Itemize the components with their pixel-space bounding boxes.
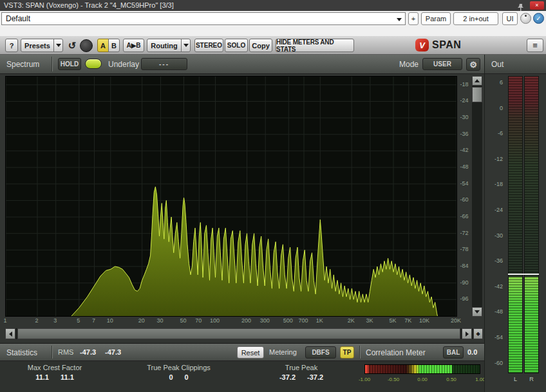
tab-spectrum[interactable]: Spectrum bbox=[6, 60, 39, 69]
gear-icon: ⚙ bbox=[469, 60, 477, 70]
ab-a-button[interactable]: A bbox=[97, 39, 109, 52]
clippings-label: True Peak Clippings bbox=[129, 364, 229, 371]
reset-button[interactable]: Reset bbox=[237, 346, 264, 359]
out-scale-label: 0 bbox=[487, 105, 503, 111]
out-scale-label: 6 bbox=[487, 79, 503, 86]
mode-select-button[interactable]: USER bbox=[422, 58, 462, 70]
db-tick-label: -96 bbox=[457, 295, 471, 302]
presets-dropdown[interactable] bbox=[53, 39, 62, 51]
db-tick-label: -66 bbox=[457, 213, 471, 219]
freq-tick-label: 200 bbox=[241, 317, 251, 324]
titlebar: VST3: SPAN (Voxengo) - Track 2 "4_MC59HP… bbox=[0, 0, 546, 11]
separator bbox=[52, 346, 52, 359]
spectrum-settings-button[interactable]: ⚙ bbox=[466, 58, 480, 71]
meter-segments bbox=[365, 365, 480, 373]
db-tick-label: -42 bbox=[457, 147, 471, 153]
ab-b-button[interactable]: B bbox=[108, 39, 120, 52]
true-peak-toggle[interactable]: TP bbox=[340, 346, 354, 359]
hide-meters-button[interactable]: HIDE METERS AND STATS bbox=[276, 39, 354, 52]
out-scale-label: -6 bbox=[487, 130, 503, 136]
scroll-right-button[interactable] bbox=[462, 328, 472, 339]
meter-bar-right[interactable] bbox=[524, 76, 539, 373]
metering-label: Metering bbox=[269, 348, 297, 356]
underlay-select-button[interactable]: --- bbox=[141, 58, 187, 70]
db-tick-label: -72 bbox=[457, 230, 471, 236]
arrow-up-icon bbox=[475, 79, 480, 82]
spectrum-display[interactable] bbox=[5, 76, 457, 317]
out-scale-label: -36 bbox=[487, 257, 503, 264]
out-scale-label: -42 bbox=[487, 283, 503, 290]
correlation-meter-bar bbox=[364, 364, 480, 374]
undo-button[interactable]: ↺ bbox=[66, 39, 79, 52]
stereo-button[interactable]: STEREO bbox=[194, 39, 223, 52]
meter-bar-left[interactable] bbox=[508, 76, 523, 373]
chevron-down-icon bbox=[397, 18, 402, 21]
true-peak-left: -37.2 bbox=[279, 373, 296, 381]
scroll-down-button[interactable] bbox=[472, 307, 482, 317]
plugin-window: VST3: SPAN (Voxengo) - Track 2 "4_MC59HP… bbox=[0, 0, 546, 392]
freq-tick-label: 70 bbox=[195, 317, 202, 324]
horizontal-scrollbar[interactable]: ◆ bbox=[5, 328, 483, 339]
freq-tick-label: 7K bbox=[404, 317, 411, 324]
window-title: VST3: SPAN (Voxengo) - Track 2 "4_MC59HP… bbox=[4, 1, 174, 9]
io-button[interactable]: 2 in+out bbox=[453, 12, 498, 25]
arrow-left-icon bbox=[9, 331, 12, 337]
db-tick-label: -90 bbox=[457, 279, 471, 286]
help-button[interactable]: ? bbox=[5, 39, 18, 52]
true-peak-group: True Peak -37.2 -37.2 bbox=[253, 364, 350, 381]
scroll-left-button[interactable] bbox=[5, 328, 15, 339]
max-crest-label: Max Crest Factor bbox=[6, 364, 103, 371]
routing-dropdown[interactable] bbox=[181, 39, 190, 51]
solo-button[interactable]: SOLO bbox=[225, 39, 248, 52]
zoom-reset-button[interactable]: ◆ bbox=[473, 328, 483, 339]
true-peak-right: -37.2 bbox=[307, 373, 323, 381]
rms-value-right: -47.3 bbox=[105, 348, 121, 356]
underlay-label: Underlay bbox=[108, 60, 139, 69]
freq-tick-label: 3K bbox=[366, 317, 373, 324]
spectrum-enable-led[interactable] bbox=[85, 59, 102, 69]
scroll-up-button[interactable] bbox=[472, 76, 482, 86]
freq-tick-label: 10 bbox=[107, 317, 113, 324]
copy-button[interactable]: Copy bbox=[249, 39, 272, 52]
statistics-body: Max Crest Factor 11.1 11.1 True Peak Cli… bbox=[0, 361, 484, 392]
rms-values: -47.3 -47.3 bbox=[80, 348, 121, 356]
freq-tick-label: 7 bbox=[92, 317, 95, 324]
spectrum-header: Spectrum HOLD Underlay --- Mode USER ⚙ bbox=[0, 55, 484, 74]
color-scheme-knob[interactable] bbox=[80, 39, 93, 52]
param-button[interactable]: Param bbox=[421, 12, 451, 25]
clippings-left: 0 bbox=[169, 373, 173, 381]
metering-mode-button[interactable]: DBFS bbox=[305, 346, 336, 359]
arrow-right-icon bbox=[466, 331, 469, 337]
mode-label: Mode bbox=[399, 60, 419, 69]
pin-icon[interactable] bbox=[517, 2, 524, 9]
ui-button[interactable]: UI bbox=[502, 12, 518, 25]
vertical-scrollbar[interactable] bbox=[472, 76, 482, 317]
true-peak-label: True Peak bbox=[253, 364, 350, 371]
diamond-icon: ◆ bbox=[476, 331, 480, 337]
clippings-values: 0 0 bbox=[129, 373, 229, 381]
routing-button[interactable]: Routing bbox=[147, 39, 191, 52]
corr-scale-label: -0.50 bbox=[388, 377, 399, 382]
peak-hold-line bbox=[508, 274, 539, 275]
max-crest-left: 11.1 bbox=[35, 373, 49, 381]
enable-checkbox[interactable]: ✓ bbox=[533, 13, 544, 24]
menu-button[interactable]: ≡ bbox=[527, 39, 543, 52]
vertical-scroll-thumb[interactable] bbox=[472, 87, 482, 102]
close-button[interactable]: × bbox=[530, 1, 544, 10]
rms-label: RMS bbox=[58, 348, 73, 356]
horizontal-scroll-thumb[interactable] bbox=[17, 328, 460, 339]
a-to-b-button[interactable]: A▶B bbox=[123, 39, 144, 52]
corr-scale-label: 0.50 bbox=[446, 377, 457, 382]
meter-segments bbox=[509, 77, 522, 373]
tab-statistics[interactable]: Statistics bbox=[6, 348, 37, 357]
presets-button[interactable]: Presets bbox=[21, 39, 63, 52]
wet-knob[interactable] bbox=[520, 13, 531, 24]
voxengo-logo[interactable]: V SPAN bbox=[415, 39, 461, 51]
add-preset-button[interactable]: + bbox=[408, 12, 419, 25]
bal-button[interactable]: BAL bbox=[443, 346, 464, 359]
hold-button[interactable]: HOLD bbox=[58, 58, 81, 70]
preset-combo[interactable]: Default bbox=[1, 12, 406, 25]
freq-tick-label: 1K bbox=[316, 317, 323, 324]
clippings-right: 0 bbox=[185, 373, 189, 381]
freq-tick-label: 300 bbox=[260, 317, 270, 324]
